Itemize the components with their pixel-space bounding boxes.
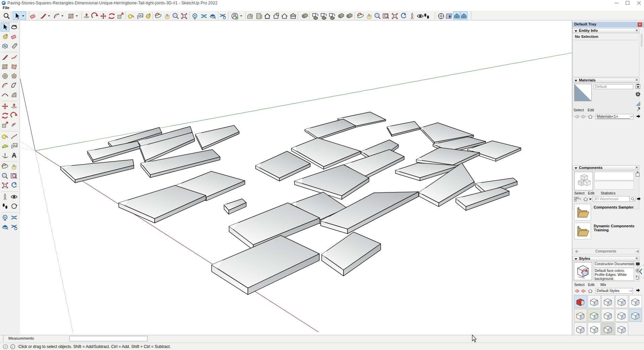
svg-text:?: ? (5, 345, 6, 349)
svg-text:i: i (12, 345, 13, 349)
svg-text:A1: A1 (140, 14, 143, 17)
svg-text:A1: A1 (14, 144, 17, 147)
